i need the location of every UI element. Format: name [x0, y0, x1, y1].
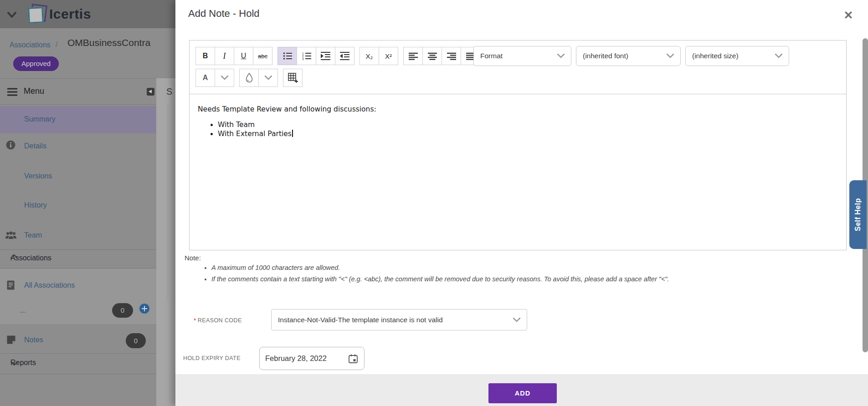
align-right-button[interactable]	[442, 47, 461, 65]
breadcrumb-parent-link[interactable]: Associations	[10, 41, 51, 49]
hold-expiry-row: HOLD EXPIRY DATE February 28, 2022	[175, 344, 540, 371]
sidebar-item-summary[interactable]: Summary	[0, 106, 156, 133]
align-left-button[interactable]	[403, 47, 423, 65]
note-hint-item: If the comments contain a text starting …	[211, 275, 822, 284]
icertis-logo-icon	[28, 5, 49, 25]
chevron-down-icon	[513, 318, 520, 322]
sidebar-item-versions[interactable]: Versions	[0, 168, 156, 187]
note-bullet-list: With Team With External Parties	[190, 120, 846, 138]
sidebar-item-team[interactable]: Team	[0, 227, 156, 247]
menu-title: Menu	[24, 86, 44, 96]
sidebar-item-label: Summary	[24, 115, 55, 123]
sidebar: Menu Summary Details Versions History Te…	[0, 78, 156, 406]
reason-code-select[interactable]: Instance-Not-Valid-The template instance…	[271, 309, 527, 330]
sidebar-collapse-icon[interactable]	[147, 88, 154, 96]
close-icon[interactable]: ✕	[842, 8, 855, 22]
svg-text:3: 3	[302, 57, 304, 61]
sidebar-item-label: Details	[24, 142, 46, 150]
breadcrumb: Associations / OMBusinessContra Approved	[0, 28, 175, 78]
underline-button[interactable]: U	[234, 47, 253, 65]
reason-code-row: *REASON CODE Instance-Not-Valid-The temp…	[175, 306, 850, 333]
format-select-value: Format	[480, 52, 557, 60]
rich-text-editor: B I U abc 123	[189, 40, 847, 250]
sidebar-item-all-associations[interactable]: All Associations	[0, 277, 156, 295]
insert-table-button[interactable]	[283, 69, 303, 87]
note-hint-list: A maximum of 1000 characters are allowed…	[185, 264, 822, 284]
editor-content-area[interactable]: Needs Template Review and following disc…	[190, 94, 846, 250]
font-select-value: (inherited font)	[583, 52, 667, 60]
team-icon	[5, 231, 17, 240]
add-association-button[interactable]	[139, 304, 149, 314]
sidebar-item-more[interactable]: ... 0	[0, 303, 156, 320]
calendar-icon[interactable]	[348, 353, 359, 364]
table-group	[283, 69, 303, 87]
reason-code-label: *REASON CODE	[194, 317, 242, 324]
background-card-border	[168, 105, 168, 300]
chevron-up-icon	[10, 254, 18, 259]
add-button[interactable]: ADD	[488, 383, 557, 403]
script-group: X₂ X²	[360, 47, 398, 65]
sidebar-item-details[interactable]: Details	[0, 137, 156, 160]
dialog-title: Add Note - Hold	[188, 8, 260, 20]
sidebar-item-label: Versions	[24, 172, 52, 180]
numbered-list-button[interactable]: 123	[297, 47, 316, 65]
count-badge: 0	[112, 303, 133, 318]
hold-expiry-date-field[interactable]: February 28, 2022	[259, 347, 365, 370]
top-bar: Icertis	[0, 0, 175, 28]
highlight-color-group	[239, 69, 278, 87]
highlight-color-dropdown[interactable]	[258, 69, 278, 87]
strikethrough-button[interactable]: abc	[253, 47, 272, 65]
text-color-button[interactable]: A	[195, 69, 215, 87]
add-note-hold-dialog: Add Note - Hold ✕ B I U abc	[175, 0, 868, 406]
size-select-value: (inherited size)	[692, 52, 775, 60]
hold-expiry-label: HOLD EXPIRY DATE	[183, 355, 241, 361]
subscript-button[interactable]: X₂	[360, 47, 379, 65]
background-heading-fragment: S	[166, 86, 172, 97]
sidebar-section-associations[interactable]: Associations	[0, 249, 156, 269]
hold-expiry-date-value: February 28, 2022	[265, 354, 348, 363]
bold-button[interactable]: B	[195, 47, 215, 65]
logo-square-front	[28, 7, 44, 24]
document-icon	[7, 280, 15, 290]
outdent-button[interactable]	[335, 47, 354, 65]
editor-toolbar: B I U abc 123	[190, 41, 846, 94]
sidebar-item-label: ...	[20, 306, 26, 315]
note-hint-block: Note: A maximum of 1000 characters are a…	[185, 254, 822, 286]
chevron-down-icon	[10, 361, 18, 366]
text-style-group: B I U abc	[195, 47, 272, 65]
note-paragraph: Needs Template Review and following disc…	[198, 105, 846, 113]
text-color-group: A	[195, 69, 234, 87]
indent-button[interactable]	[316, 47, 335, 65]
sidebar-item-label: History	[24, 201, 47, 209]
sidebar-item-label: All Associations	[24, 281, 75, 289]
note-bullet-item: With Team	[218, 120, 846, 129]
note-hint-item: A maximum of 1000 characters are allowed…	[211, 264, 822, 272]
chevron-down-icon[interactable]	[5, 8, 18, 21]
sidebar-item-history[interactable]: History	[0, 198, 156, 216]
info-icon	[6, 140, 15, 150]
text-color-dropdown[interactable]	[215, 69, 234, 87]
superscript-button[interactable]: X²	[379, 47, 398, 65]
chevron-down-icon	[557, 54, 565, 58]
list-indent-group: 123	[277, 47, 354, 65]
italic-button[interactable]: I	[215, 47, 234, 65]
bullet-list-button[interactable]	[277, 47, 297, 65]
reason-code-value: Instance-Not-Valid-The template instance…	[278, 316, 513, 324]
sidebar-item-label: Team	[24, 231, 42, 239]
associations-subpanel: All Associations ... 0	[0, 269, 156, 324]
chevron-down-icon	[775, 54, 782, 58]
dimmed-page-strip: S	[156, 78, 175, 406]
sidebar-item-notes[interactable]: Notes 0	[0, 331, 156, 351]
hamburger-icon[interactable]	[7, 88, 17, 96]
note-icon	[7, 335, 15, 344]
size-select[interactable]: (inherited size)	[685, 46, 789, 66]
font-select[interactable]: (inherited font)	[576, 46, 681, 66]
self-help-tab[interactable]: Self Help	[849, 180, 867, 249]
format-select[interactable]: Format	[473, 46, 571, 66]
chevron-down-icon	[667, 54, 674, 58]
highlight-color-button[interactable]	[239, 69, 259, 87]
note-bullet-item: With External Parties	[218, 129, 846, 138]
align-center-button[interactable]	[422, 47, 442, 65]
sidebar-section-reports[interactable]: Reports	[0, 353, 156, 374]
self-help-label: Self Help	[854, 198, 862, 231]
